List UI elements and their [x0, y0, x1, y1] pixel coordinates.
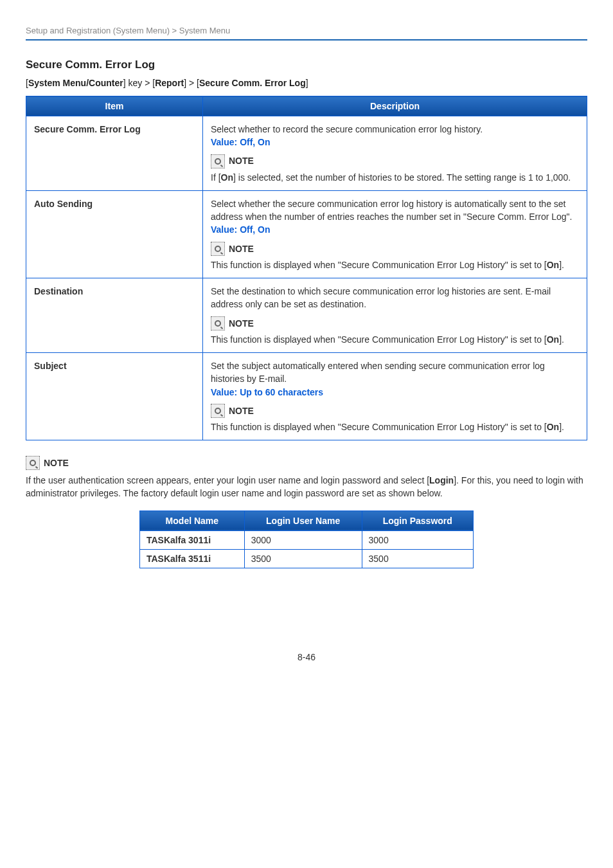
main-desc-table: Item Description Secure Comm. Error Log …	[26, 96, 587, 440]
note-heading: NOTE	[211, 316, 579, 330]
col-description: Description	[203, 96, 587, 116]
col-pass: Login Password	[362, 511, 473, 530]
note-icon	[211, 242, 225, 256]
note-icon	[211, 316, 225, 330]
pass-cell: 3500	[362, 549, 473, 568]
model-cell: TASKalfa 3511i	[140, 549, 245, 568]
note-body: This function is displayed when "Secure …	[211, 333, 579, 346]
menu-path: [System Menu/Counter] key > [Report] > […	[26, 78, 587, 88]
note-icon	[26, 456, 40, 470]
note-heading: NOTE	[211, 242, 579, 256]
desc-cell: Set the destination to which secure comm…	[203, 278, 587, 353]
user-cell: 3000	[244, 530, 362, 549]
note-heading: NOTE	[211, 404, 579, 418]
value-text: Value: Off, On	[211, 223, 579, 236]
desc-cell: Select whether to record the secure comm…	[203, 116, 587, 191]
note-body: This function is displayed when "Secure …	[211, 258, 579, 271]
table-row: Auto Sending Select whether the secure c…	[26, 190, 587, 278]
note-heading: NOTE	[211, 154, 579, 168]
note-body: If [On] is selected, set the number of h…	[211, 171, 579, 184]
top-rule	[26, 39, 587, 41]
model-cell: TASKalfa 3011i	[140, 530, 245, 549]
note-label: NOTE	[44, 458, 69, 468]
note-icon	[211, 154, 225, 168]
pass-cell: 3000	[362, 530, 473, 549]
model-login-table: Model Name Login User Name Login Passwor…	[139, 511, 474, 568]
user-cell: 3500	[244, 549, 362, 568]
table-row: TASKalfa 3511i 3500 3500	[140, 549, 474, 568]
standalone-note-heading: NOTE	[26, 456, 587, 470]
table-row: Destination Set the destination to which…	[26, 278, 587, 353]
note-icon	[211, 404, 225, 418]
col-model: Model Name	[140, 511, 245, 530]
item-cell: Secure Comm. Error Log	[26, 116, 203, 191]
note-body: This function is displayed when "Secure …	[211, 420, 579, 433]
section-heading: Secure Comm. Error Log	[26, 59, 587, 71]
desc-text: Set the subject automatically entered wh…	[211, 359, 579, 386]
table-row: Secure Comm. Error Log Select whether to…	[26, 116, 587, 191]
col-user: Login User Name	[244, 511, 362, 530]
table-row: TASKalfa 3011i 3000 3000	[140, 530, 474, 549]
page-number: 8-46	[26, 652, 587, 662]
note-label: NOTE	[229, 317, 254, 330]
item-cell: Auto Sending	[26, 190, 203, 278]
col-item: Item	[26, 96, 203, 116]
desc-text: Select whether to record the secure comm…	[211, 123, 579, 136]
item-cell: Destination	[26, 278, 203, 353]
desc-cell: Select whether the secure communication …	[203, 190, 587, 278]
note-label: NOTE	[229, 154, 254, 167]
desc-cell: Set the subject automatically entered wh…	[203, 352, 587, 440]
value-text: Value: Up to 60 characters	[211, 386, 579, 399]
note-label: NOTE	[229, 404, 254, 417]
value-text: Value: Off, On	[211, 136, 579, 149]
desc-text: Select whether the secure communication …	[211, 197, 579, 224]
table-row: Subject Set the subject automatically en…	[26, 352, 587, 440]
login-note-body: If the user authentication screen appear…	[26, 474, 587, 500]
breadcrumb: Setup and Registration (System Menu) > S…	[26, 26, 587, 39]
note-label: NOTE	[229, 242, 254, 255]
desc-text: Set the destination to which secure comm…	[211, 285, 579, 311]
item-cell: Subject	[26, 352, 203, 440]
